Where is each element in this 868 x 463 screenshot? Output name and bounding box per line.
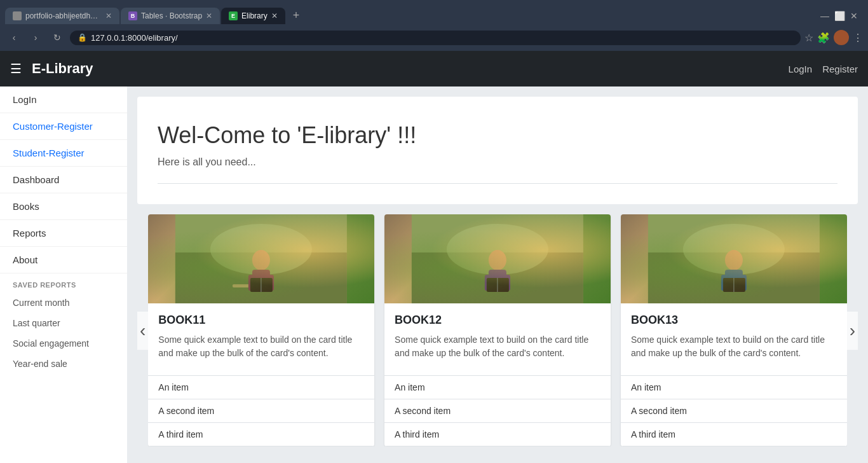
sidebar-sub-year-end-sale[interactable]: Year-end sale [0, 354, 127, 374]
svg-rect-23 [723, 278, 745, 292]
book-img-svg-1 [148, 214, 374, 303]
list-item: A third item [384, 423, 611, 446]
book-card-img-1 [148, 214, 374, 303]
book-img-svg-2 [384, 214, 611, 303]
address-bar[interactable]: 🔒 127.0.0.1:8000/elibrary/ [70, 31, 801, 45]
svg-point-4 [252, 250, 270, 270]
app-navbar: ☰ E-Library LogIn Register [0, 51, 868, 86]
book-card-body-2: BOOK12 Some quick example text to build … [384, 303, 611, 370]
book-card-img-2 [384, 214, 611, 303]
svg-point-20 [725, 250, 743, 270]
address-text: 127.0.0.1:8000/elibrary/ [91, 33, 178, 43]
tab-label-2: Tables · Bootstrap [141, 11, 202, 20]
sidebar-item-books[interactable]: Books [0, 193, 127, 220]
svg-rect-5 [252, 270, 270, 289]
svg-rect-1 [175, 252, 347, 303]
close-button[interactable]: ✕ [850, 11, 858, 21]
svg-rect-13 [489, 270, 506, 289]
book-card-list-1: An item A second item A third item [148, 375, 374, 446]
hero-subtitle: Here is all you need... [158, 156, 837, 168]
svg-rect-3 [233, 284, 252, 287]
navbar-login-link[interactable]: LogIn [789, 64, 813, 74]
minimize-button[interactable]: — [820, 11, 829, 21]
browser-tab-1[interactable]: portfolio-abhijeetdhumal/setting... ✕ [5, 8, 119, 24]
book-card-list-2: An item A second item A third item [384, 375, 611, 446]
secure-icon: 🔒 [78, 33, 87, 42]
svg-rect-15 [487, 278, 509, 292]
navbar-links: LogIn Register [789, 64, 858, 74]
tab-close-3[interactable]: ✕ [271, 11, 278, 20]
hero-divider [158, 183, 837, 184]
svg-rect-14 [485, 275, 510, 291]
svg-rect-18 [648, 252, 820, 303]
sidebar-sub-social-engagement[interactable]: Social engagement [0, 333, 127, 354]
content-area: Wel-Come to 'E-library' !!! Here is all … [127, 86, 868, 463]
sidebar-sub-last-quarter[interactable]: Last quarter [0, 313, 127, 333]
book-card-text-2: Some quick example text to build on the … [395, 333, 600, 360]
list-item: An item [621, 376, 847, 399]
sidebar: LogIn Customer-Register Student-Register… [0, 86, 127, 463]
tab-close-2[interactable]: ✕ [206, 11, 212, 20]
carousel-next-button[interactable]: › [847, 312, 858, 350]
maximize-button[interactable]: ⬜ [834, 11, 845, 21]
tab-favicon-1 [13, 11, 22, 20]
book-img-svg-3 [621, 214, 847, 303]
book-card-title-1: BOOK11 [158, 314, 364, 327]
tab-close-1[interactable]: ✕ [105, 11, 112, 20]
carousel-prev-button[interactable]: ‹ [137, 312, 148, 350]
navbar-register-link[interactable]: Register [822, 64, 858, 74]
browser-tabs: portfolio-abhijeetdhumal/setting... ✕ B … [0, 0, 868, 26]
svg-rect-7 [250, 278, 273, 292]
sidebar-sub-current-month[interactable]: Current month [0, 293, 127, 313]
forward-button[interactable]: › [27, 29, 44, 46]
user-avatar[interactable] [834, 30, 849, 45]
list-item: A third item [621, 423, 847, 446]
bookmark-icon[interactable]: ☆ [804, 32, 813, 44]
new-tab-button[interactable]: + [287, 5, 306, 26]
menu-icon[interactable]: ⋮ [853, 32, 863, 44]
sidebar-item-customer-register[interactable]: Customer-Register [0, 113, 127, 140]
reload-button[interactable]: ↻ [48, 29, 66, 46]
svg-rect-0 [175, 214, 347, 303]
book-card-1: BOOK11 Some quick example text to build … [148, 214, 374, 446]
list-item: An item [148, 376, 374, 399]
sidebar-item-login[interactable]: LogIn [0, 86, 127, 113]
hero-card: Wel-Come to 'E-library' !!! Here is all … [137, 97, 858, 204]
tab-favicon-2: B [128, 11, 137, 20]
sidebar-item-reports[interactable]: Reports [0, 220, 127, 247]
book-card-title-3: BOOK13 [631, 314, 837, 327]
browser-nav: ‹ › ↻ 🔒 127.0.0.1:8000/elibrary/ ☆ 🧩 ⋮ [0, 26, 868, 49]
browser-tab-2[interactable]: B Tables · Bootstrap ✕ [121, 8, 220, 24]
saved-reports-label: SAVED REPORTS [0, 273, 127, 293]
book-card-text-3: Some quick example text to build on the … [631, 333, 837, 360]
sidebar-item-about[interactable]: About [0, 247, 127, 273]
navbar-brand: E-Library [32, 60, 789, 77]
book-card-list-3: An item A second item A third item [621, 375, 847, 446]
svg-rect-17 [648, 214, 820, 303]
navbar-toggler[interactable]: ☰ [10, 61, 22, 76]
list-item: A second item [384, 399, 611, 423]
list-item: A third item [148, 423, 374, 446]
back-button[interactable]: ‹ [5, 29, 23, 46]
svg-rect-6 [248, 275, 274, 291]
svg-point-11 [447, 224, 548, 275]
book-card-text-1: Some quick example text to build on the … [158, 333, 364, 360]
sidebar-item-dashboard[interactable]: Dashboard [0, 167, 127, 193]
list-item: An item [384, 376, 611, 399]
tab-label-1: portfolio-abhijeetdhumal/setting... [25, 11, 102, 20]
sidebar-item-student-register[interactable]: Student-Register [0, 140, 127, 167]
svg-rect-9 [412, 214, 583, 303]
extensions-icon[interactable]: 🧩 [817, 32, 830, 44]
book-card-3: BOOK13 Some quick example text to build … [621, 214, 847, 446]
book-card-img-3 [621, 214, 847, 303]
svg-point-12 [489, 250, 506, 270]
book-card-2: BOOK12 Some quick example text to build … [384, 214, 611, 446]
svg-point-19 [683, 224, 785, 275]
books-cards-row: BOOK11 Some quick example text to build … [148, 214, 846, 446]
app-container: ☰ E-Library LogIn Register LogIn Custome… [0, 51, 868, 463]
browser-tab-3[interactable]: E Elibrary ✕ [221, 8, 285, 24]
main-area: LogIn Customer-Register Student-Register… [0, 86, 868, 463]
book-card-body-3: BOOK13 Some quick example text to build … [621, 303, 847, 370]
tab-label-3: Elibrary [241, 11, 268, 20]
svg-rect-21 [725, 270, 743, 289]
